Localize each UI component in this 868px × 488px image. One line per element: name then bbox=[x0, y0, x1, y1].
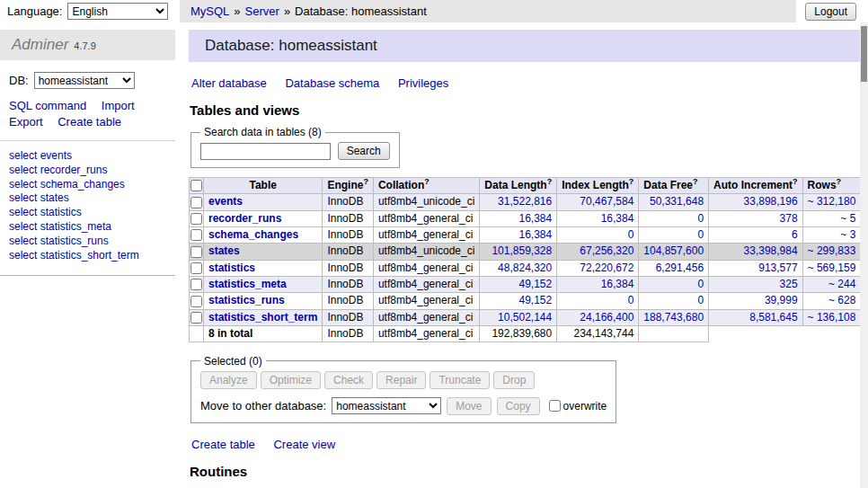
index-length-link[interactable]: 0 bbox=[628, 228, 634, 241]
create-view-link[interactable]: Create view bbox=[273, 438, 335, 451]
auto-increment-link[interactable]: 378 bbox=[780, 212, 798, 225]
move-button[interactable]: Move bbox=[447, 397, 491, 415]
data-free-link[interactable]: 104,857,600 bbox=[643, 244, 704, 257]
logout-button[interactable]: Logout bbox=[805, 3, 856, 21]
index-length-link[interactable]: 72,220,672 bbox=[580, 262, 633, 274]
help-link[interactable]: ? bbox=[837, 178, 842, 187]
sidebar-table-link[interactable]: select statistics_short_term bbox=[9, 249, 166, 263]
rows-link[interactable]: ~ 244 bbox=[828, 278, 855, 290]
auto-increment-link[interactable]: 39,999 bbox=[765, 294, 798, 306]
index-length-link[interactable]: 24,166,400 bbox=[580, 311, 633, 324]
rows-link[interactable]: ~ 3 bbox=[840, 228, 855, 241]
row-checkbox[interactable] bbox=[190, 279, 202, 290]
auto-increment-link[interactable]: 33,898,196 bbox=[744, 195, 798, 208]
table-name-link[interactable]: states bbox=[208, 244, 240, 257]
row-checkbox[interactable] bbox=[190, 229, 202, 241]
data-length-link[interactable]: 31,522,816 bbox=[498, 195, 552, 208]
help-link[interactable]: ? bbox=[693, 178, 698, 187]
auto-increment-link[interactable]: 325 bbox=[780, 278, 798, 290]
row-checkbox[interactable] bbox=[190, 197, 202, 209]
breadcrumb-mysql-link[interactable]: MySQL bbox=[190, 4, 229, 18]
rows-link[interactable]: ~ 136,108 bbox=[808, 311, 856, 324]
auto-increment-link[interactable]: 6 bbox=[792, 228, 798, 241]
data-length-link[interactable]: 16,384 bbox=[518, 212, 552, 225]
index-length-link[interactable]: 16,384 bbox=[601, 278, 634, 290]
data-free-link[interactable]: 0 bbox=[697, 212, 704, 225]
index-length-link[interactable]: 0 bbox=[628, 294, 634, 306]
data-free-link[interactable]: 0 bbox=[697, 228, 704, 241]
table-name-link[interactable]: recorder_runs bbox=[208, 212, 281, 225]
move-db-select[interactable]: homeassistant bbox=[332, 397, 441, 414]
sidebar-table-link[interactable]: select statistics_runs bbox=[9, 235, 166, 249]
optimize-button[interactable]: Optimize bbox=[261, 371, 321, 389]
data-length-link[interactable]: 49,152 bbox=[518, 278, 552, 290]
data-length-link[interactable]: 48,824,320 bbox=[498, 262, 552, 274]
data-length-link[interactable]: 10,502,144 bbox=[498, 311, 552, 324]
sidebar-table-link[interactable]: select statistics_meta bbox=[9, 220, 166, 235]
row-checkbox[interactable] bbox=[190, 213, 202, 225]
data-length-link[interactable]: 49,152 bbox=[518, 294, 552, 306]
privileges-link[interactable]: Privileges bbox=[398, 76, 448, 90]
row-checkbox[interactable] bbox=[190, 296, 202, 307]
data-free-link[interactable]: 0 bbox=[697, 294, 704, 306]
row-checkbox[interactable] bbox=[190, 262, 202, 274]
data-free-link[interactable]: 0 bbox=[697, 278, 704, 290]
index-length-link[interactable]: 16,384 bbox=[601, 212, 634, 225]
select-all-checkbox[interactable] bbox=[190, 180, 202, 191]
row-checkbox[interactable] bbox=[190, 312, 202, 324]
data-free-link[interactable]: 188,743,680 bbox=[643, 311, 704, 324]
truncate-button[interactable]: Truncate bbox=[430, 371, 490, 389]
help-link[interactable]: ? bbox=[793, 178, 798, 187]
rows-link[interactable]: ~ 5 bbox=[840, 212, 855, 225]
db-select[interactable]: homeassistant bbox=[34, 72, 135, 89]
sidebar-table-link[interactable]: select events bbox=[9, 149, 166, 164]
sidebar-table-link[interactable]: select states bbox=[9, 191, 166, 206]
breadcrumb-server-link[interactable]: Server bbox=[245, 4, 279, 18]
auto-increment-link[interactable]: 8,581,645 bbox=[749, 311, 797, 324]
import-link[interactable]: Import bbox=[102, 99, 135, 112]
rows-link[interactable]: ~ 628 bbox=[828, 294, 855, 306]
table-name-link[interactable]: statistics_meta bbox=[208, 278, 287, 290]
copy-button[interactable]: Copy bbox=[497, 397, 540, 415]
data-free-link[interactable]: 50,331,648 bbox=[650, 195, 704, 208]
drop-button[interactable]: Drop bbox=[493, 371, 535, 389]
help-link[interactable]: ? bbox=[363, 178, 368, 187]
language-select[interactable]: English bbox=[67, 3, 168, 20]
auto-increment-link[interactable]: 913,577 bbox=[758, 262, 797, 274]
table-name-link[interactable]: statistics_short_term bbox=[208, 311, 317, 324]
help-link[interactable]: ? bbox=[629, 178, 634, 187]
table-name-link[interactable]: statistics bbox=[208, 262, 255, 274]
database-schema-link[interactable]: Database schema bbox=[285, 76, 379, 90]
data-length-link[interactable]: 16,384 bbox=[518, 228, 552, 241]
analyze-button[interactable]: Analyze bbox=[200, 371, 257, 389]
index-length-link[interactable]: 67,256,320 bbox=[580, 244, 633, 257]
check-button[interactable]: Check bbox=[324, 371, 373, 389]
rows-link[interactable]: ~ 299,833 bbox=[808, 244, 856, 257]
index-length-link[interactable]: 70,467,584 bbox=[580, 195, 633, 208]
table-name-link[interactable]: statistics_runs bbox=[208, 294, 285, 306]
sidebar-table-link[interactable]: select recorder_runs bbox=[9, 164, 166, 178]
table-name-link[interactable]: events bbox=[208, 195, 243, 208]
sql-command-link[interactable]: SQL command bbox=[9, 99, 86, 112]
alter-database-link[interactable]: Alter database bbox=[191, 76, 267, 90]
help-link[interactable]: ? bbox=[424, 178, 430, 187]
rows-link[interactable]: ~ 569,159 bbox=[808, 262, 856, 274]
overwrite-checkbox[interactable] bbox=[549, 400, 561, 412]
data-free-link[interactable]: 6,291,456 bbox=[656, 262, 704, 274]
help-link[interactable]: ? bbox=[547, 178, 553, 187]
create-table-link[interactable]: Create table bbox=[191, 438, 255, 451]
repair-button[interactable]: Repair bbox=[376, 371, 426, 389]
table-name-link[interactable]: schema_changes bbox=[208, 228, 298, 241]
search-button[interactable]: Search bbox=[338, 142, 390, 160]
scrollbar-thumb[interactable] bbox=[861, 26, 867, 82]
data-length-link[interactable]: 101,859,328 bbox=[492, 244, 552, 257]
sidebar-table-link[interactable]: select schema_changes bbox=[9, 178, 166, 192]
scrollbar-track[interactable] bbox=[860, 22, 868, 488]
rows-link[interactable]: ~ 312,180 bbox=[808, 195, 856, 208]
search-input[interactable] bbox=[200, 143, 331, 160]
row-checkbox[interactable] bbox=[190, 246, 202, 258]
create-table-sidebar-link[interactable]: Create table bbox=[58, 115, 121, 129]
sidebar-table-link[interactable]: select statistics bbox=[9, 206, 166, 220]
auto-increment-link[interactable]: 33,398,984 bbox=[744, 244, 798, 257]
export-link[interactable]: Export bbox=[9, 115, 43, 129]
